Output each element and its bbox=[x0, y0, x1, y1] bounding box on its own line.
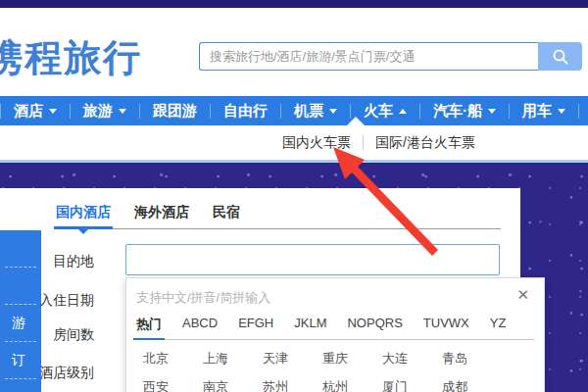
chevron-down-icon bbox=[558, 109, 565, 114]
city-link[interactable]: 厦门 bbox=[382, 378, 442, 392]
letter-tab-jklm[interactable]: JKLM bbox=[294, 316, 326, 333]
nav-item-label: 酒店 bbox=[14, 102, 43, 121]
city-letter-tabs: 热门 ABCD EFGH JKLM NOPQRS TUVWX YZ bbox=[136, 316, 534, 340]
letter-tab-yz[interactable]: YZ bbox=[490, 316, 507, 333]
nav-item-travel[interactable]: 旅游 bbox=[71, 96, 139, 125]
active-letter-tab-underline bbox=[133, 338, 165, 340]
site-logo[interactable]: 携程旅行 bbox=[0, 33, 142, 83]
nav-item-label: 跟团游 bbox=[153, 102, 197, 121]
nav-item-label: 火车 bbox=[364, 102, 393, 121]
city-link[interactable]: 大连 bbox=[382, 350, 442, 368]
tab-domestic-hotel[interactable]: 国内酒店 bbox=[56, 204, 111, 221]
tab-overseas-hotel[interactable]: 海外酒店 bbox=[134, 204, 189, 221]
tab-label: 国内酒店 bbox=[56, 204, 111, 220]
input-hint-text: 支持中文/拼音/简拼输入 bbox=[126, 278, 544, 307]
letter-tab-efgh[interactable]: EFGH bbox=[238, 316, 273, 333]
sidebar-item[interactable]: 订 bbox=[5, 342, 36, 379]
tab-label: 海外酒店 bbox=[134, 204, 189, 220]
city-link[interactable]: 天津 bbox=[263, 350, 322, 368]
search-button[interactable] bbox=[538, 42, 582, 71]
nav-item-label: 汽车·船 bbox=[433, 102, 482, 121]
chevron-down-icon bbox=[119, 109, 126, 114]
train-submenu: 国内火车票 国际/港台火车票 bbox=[282, 125, 475, 160]
chevron-down-icon bbox=[49, 109, 57, 114]
letter-tab-hot[interactable]: 热门 bbox=[136, 316, 162, 333]
hot-city-grid: 北京 上海 天津 重庆 大连 青岛 西安 南京 苏州 杭州 厦门 成都 bbox=[143, 350, 544, 392]
destination-input[interactable] bbox=[125, 244, 500, 275]
nav-item-label: 用车 bbox=[522, 102, 552, 121]
top-navy-strip bbox=[0, 0, 588, 8]
search-icon bbox=[552, 48, 569, 66]
city-link[interactable]: 杭州 bbox=[322, 378, 382, 392]
city-picker-dropdown: 支持中文/拼音/简拼输入 ✕ 热门 ABCD EFGH JKLM NOPQRS … bbox=[125, 277, 545, 392]
sidebar-item[interactable]: 游 bbox=[5, 305, 36, 342]
search-input[interactable] bbox=[199, 42, 538, 71]
nav-item-label: 旅游 bbox=[83, 102, 113, 121]
quick-nav-sidebar: 游 订 bbox=[0, 230, 41, 392]
site-header: 携程旅行 bbox=[0, 8, 588, 96]
submenu-notch bbox=[347, 117, 365, 125]
nav-item-car-ship[interactable]: 汽车·船 bbox=[420, 96, 509, 125]
city-link[interactable]: 北京 bbox=[143, 350, 203, 368]
nav-item-label: 自由行 bbox=[223, 102, 268, 121]
submenu-divider bbox=[363, 135, 364, 150]
city-link[interactable]: 上海 bbox=[203, 350, 263, 368]
city-link[interactable]: 西安 bbox=[143, 378, 203, 392]
ctrip-homepage: 携程旅行 酒店 旅游 跟团游 自由行 机票 bbox=[0, 0, 588, 392]
nav-item-tickets[interactable]: 门票 bbox=[579, 96, 588, 125]
city-link[interactable]: 青岛 bbox=[442, 350, 502, 368]
nav-item-label: 机票 bbox=[294, 102, 323, 121]
letter-tab-label: 热门 bbox=[136, 317, 162, 331]
hotel-tabs: 国内酒店 海外酒店 民宿 bbox=[56, 204, 501, 229]
chevron-down-icon bbox=[488, 109, 496, 114]
main-nav: 酒店 旅游 跟团游 自由行 机票 火车 汽车·船 用车 门票 bbox=[0, 96, 588, 125]
nav-item-group-tour[interactable]: 跟团游 bbox=[140, 96, 210, 125]
city-link[interactable]: 苏州 bbox=[263, 378, 322, 392]
letter-tab-abcd[interactable]: ABCD bbox=[182, 316, 218, 333]
submenu-item-intl-train[interactable]: 国际/港台火车票 bbox=[375, 134, 475, 152]
city-link[interactable]: 重庆 bbox=[322, 350, 382, 368]
tab-homestay[interactable]: 民宿 bbox=[213, 204, 240, 221]
city-link[interactable]: 南京 bbox=[203, 378, 263, 392]
chevron-up-icon bbox=[399, 109, 407, 114]
city-link[interactable]: 成都 bbox=[442, 378, 502, 392]
tab-label: 民宿 bbox=[213, 204, 240, 220]
letter-tab-nopqrs[interactable]: NOPQRS bbox=[347, 316, 402, 333]
site-search bbox=[199, 42, 582, 71]
chevron-down-icon bbox=[329, 109, 337, 114]
close-icon[interactable]: ✕ bbox=[516, 287, 529, 302]
active-tab-caret bbox=[78, 229, 88, 234]
submenu-item-domestic-train[interactable]: 国内火车票 bbox=[282, 134, 351, 152]
sidebar-item[interactable] bbox=[5, 268, 36, 305]
letter-tab-tuvwx[interactable]: TUVWX bbox=[423, 316, 469, 333]
nav-item-hotel[interactable]: 酒店 bbox=[1, 96, 70, 125]
sidebar-item[interactable] bbox=[5, 379, 36, 392]
nav-item-car-rental[interactable]: 用车 bbox=[510, 96, 578, 125]
nav-item-diy-travel[interactable]: 自由行 bbox=[211, 96, 280, 125]
nav-item-flight[interactable]: 机票 bbox=[281, 96, 350, 125]
sidebar-item[interactable] bbox=[5, 230, 36, 268]
